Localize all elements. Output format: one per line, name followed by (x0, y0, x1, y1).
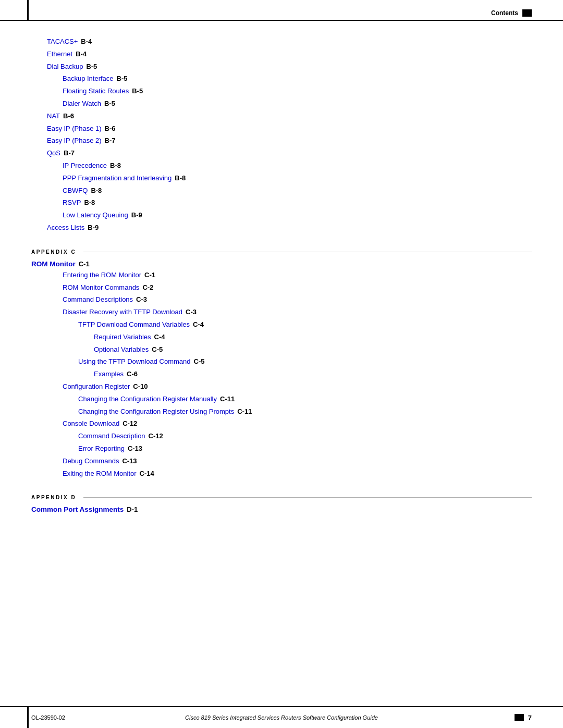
toc-page-backupinterface: B-5 (117, 73, 128, 84)
appendix-c-title-row: ROM Monitor C-1 (31, 260, 532, 268)
toc-page-pppfrag: B-8 (175, 173, 186, 184)
toc-link-accesslists[interactable]: Access Lists (47, 223, 84, 233)
toc-page-disaster-recovery: C-3 (186, 307, 197, 318)
appendix-d-line (83, 497, 532, 498)
toc-page-change-config-prompts: C-11 (237, 406, 252, 417)
toc-link-change-config-manual[interactable]: Changing the Configuration Register Manu… (78, 394, 217, 405)
toc-page-examples: C-6 (127, 369, 138, 380)
toc-section-appendix-c: APPENDIX C ROM Monitor C-1 Entering the … (31, 249, 532, 479)
toc-link-disaster-recovery[interactable]: Disaster Recovery with TFTP Download (63, 307, 182, 318)
toc-link-dialerwatch[interactable]: Dialer Watch (63, 98, 101, 109)
toc-entry-dialerwatch: Dialer Watch B-5 (63, 98, 532, 109)
footer-block-icon (515, 714, 524, 721)
page: Contents TACACS+ B-4 Ethernet B-4 Dial B… (0, 0, 563, 728)
toc-entry-debug-commands: Debug Commands C-13 (63, 456, 532, 467)
toc-entry-nat: NAT B-6 (47, 111, 532, 122)
toc-entry-using-tftp: Using the TFTP Download Command C-5 (78, 356, 532, 367)
toc-entry-qos: QoS B-7 (47, 148, 532, 159)
toc-page-tacacs: B-4 (81, 36, 92, 47)
toc-link-using-tftp[interactable]: Using the TFTP Download Command (78, 356, 191, 367)
toc-entry-examples: Examples C-6 (94, 369, 532, 380)
toc-page-cbwfq: B-8 (91, 186, 102, 196)
toc-link-examples[interactable]: Examples (94, 369, 124, 380)
left-border-mark (27, 0, 29, 20)
toc-link-debug-commands[interactable]: Debug Commands (63, 456, 119, 467)
toc-entry-llq: Low Latency Queuing B-9 (63, 210, 532, 221)
toc-link-dialbackup[interactable]: Dial Backup (47, 61, 83, 72)
toc-link-cmd-description[interactable]: Command Description (78, 431, 145, 442)
toc-page-rom-commands: C-2 (142, 282, 153, 293)
appendix-c-line (83, 252, 532, 252)
footer-doc-number: OL-23590-02 (31, 714, 65, 721)
toc-entry-change-config-prompts: Changing the Configuration Register Usin… (78, 406, 532, 417)
toc-entry-config-register: Configuration Register C-10 (63, 381, 532, 392)
toc-page-change-config-manual: C-11 (220, 394, 235, 405)
appendix-c-separator: APPENDIX C (31, 249, 532, 255)
toc-link-pppfrag[interactable]: PPP Fragmentation and Interleaving (63, 173, 172, 184)
toc-page-dialerwatch: B-5 (104, 98, 115, 109)
toc-link-easyip2[interactable]: Easy IP (Phase 2) (47, 135, 102, 146)
toc-entry-cbwfq: CBWFQ B-8 (63, 186, 532, 196)
toc-page-debug-commands: C-13 (122, 456, 137, 467)
toc-entry-command-descs: Command Descriptions C-3 (63, 294, 532, 305)
toc-link-easyip1[interactable]: Easy IP (Phase 1) (47, 124, 102, 134)
toc-link-backupinterface[interactable]: Backup Interface (63, 73, 114, 84)
appendix-d-separator: APPENDIX D (31, 495, 532, 500)
toc-link-floatingstatic[interactable]: Floating Static Routes (63, 86, 129, 97)
toc-link-ethernet[interactable]: Ethernet (47, 49, 72, 60)
toc-link-tacacs[interactable]: TACACS+ (47, 36, 78, 47)
toc-entry-ipprecedence: IP Precedence B-8 (63, 161, 532, 171)
toc-link-rsvp[interactable]: RSVP (63, 198, 81, 208)
toc-link-config-register[interactable]: Configuration Register (63, 381, 130, 392)
toc-link-rom-monitor[interactable]: ROM Monitor (31, 260, 76, 268)
toc-page-config-register: C-10 (133, 381, 148, 392)
toc-page-common-port: D-1 (127, 505, 138, 513)
toc-page-optional-vars: C-5 (152, 344, 163, 355)
toc-link-console-download[interactable]: Console Download (63, 418, 119, 429)
toc-entry-cmd-description: Command Description C-12 (78, 431, 532, 442)
toc-page-rsvp: B-8 (84, 198, 95, 208)
toc-link-exiting-rom[interactable]: Exiting the ROM Monitor (63, 468, 137, 479)
appendix-d-title-row: Common Port Assignments D-1 (31, 505, 532, 513)
toc-entry-optional-vars: Optional Variables C-5 (94, 344, 532, 355)
header-block-icon (522, 9, 532, 17)
toc-entry-easyip1: Easy IP (Phase 1) B-6 (47, 124, 532, 134)
appendix-c-label: APPENDIX C (31, 249, 83, 255)
toc-link-qos[interactable]: QoS (47, 148, 60, 159)
toc-page-rom-monitor: C-1 (79, 260, 90, 268)
toc-link-change-config-prompts[interactable]: Changing the Configuration Register Usin… (78, 406, 234, 417)
toc-link-entering-rom[interactable]: Entering the ROM Monitor (63, 270, 141, 281)
toc-link-required-vars[interactable]: Required Variables (94, 332, 151, 343)
toc-link-cbwfq[interactable]: CBWFQ (63, 186, 88, 196)
toc-entry-rom-commands: ROM Monitor Commands C-2 (63, 282, 532, 293)
toc-link-ipprecedence[interactable]: IP Precedence (63, 161, 107, 171)
toc-entry-easyip2: Easy IP (Phase 2) B-7 (47, 135, 532, 146)
toc-link-error-reporting[interactable]: Error Reporting (78, 443, 125, 454)
footer-left-border (27, 706, 29, 728)
toc-link-rom-commands[interactable]: ROM Monitor Commands (63, 282, 139, 293)
appendix-d-label: APPENDIX D (31, 495, 83, 500)
header-right: Contents (491, 9, 532, 17)
toc-entry-accesslists: Access Lists B-9 (47, 223, 532, 233)
toc-link-command-descs[interactable]: Command Descriptions (63, 294, 133, 305)
toc-link-nat[interactable]: NAT (47, 111, 60, 122)
toc-page-nat: B-6 (63, 111, 74, 122)
toc-page-console-download: C-12 (123, 418, 137, 429)
toc-page-entering-rom: C-1 (144, 270, 155, 281)
toc-link-common-port[interactable]: Common Port Assignments (31, 505, 124, 513)
toc-page-floatingstatic: B-5 (132, 86, 143, 97)
header-contents-label: Contents (491, 9, 518, 17)
toc-page-easyip2: B-7 (105, 135, 116, 146)
toc-page-using-tftp: C-5 (194, 356, 205, 367)
toc-link-llq[interactable]: Low Latency Queuing (63, 210, 128, 221)
toc-entry-console-download: Console Download C-12 (63, 418, 532, 429)
toc-page-exiting-rom: C-14 (140, 468, 154, 479)
toc-section-appendix-d: APPENDIX D Common Port Assignments D-1 (31, 495, 532, 513)
toc-page-ethernet: B-4 (76, 49, 87, 60)
toc-link-optional-vars[interactable]: Optional Variables (94, 344, 149, 355)
toc-page-qos: B-7 (64, 148, 75, 159)
toc-page-required-vars: C-4 (154, 332, 165, 343)
toc-entry-ethernet: Ethernet B-4 (47, 49, 532, 60)
toc-entry-exiting-rom: Exiting the ROM Monitor C-14 (63, 468, 532, 479)
toc-link-tftp-cmd-vars[interactable]: TFTP Download Command Variables (78, 319, 190, 330)
